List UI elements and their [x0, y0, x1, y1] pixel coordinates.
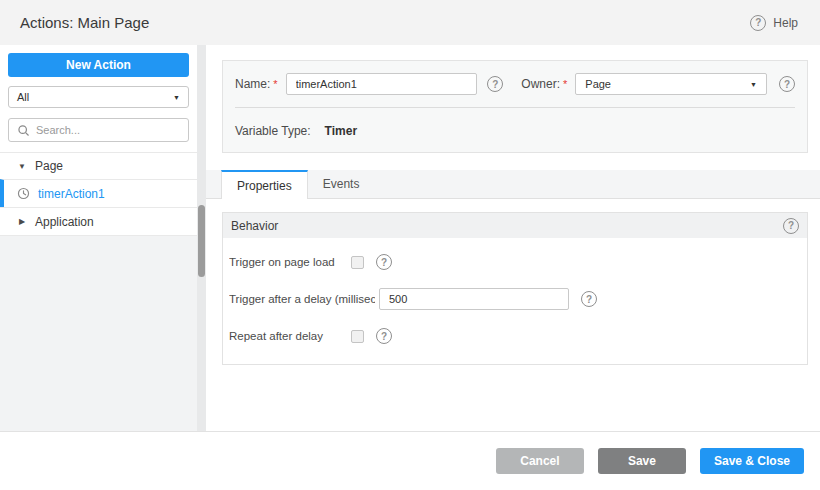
name-help-icon[interactable]: ?	[487, 76, 503, 92]
behavior-section-body: Trigger on page load ? Trigger after a d…	[223, 238, 807, 364]
chevron-down-icon: ▼	[173, 94, 180, 101]
form-divider	[235, 107, 795, 108]
tree-item-label: Application	[35, 215, 94, 229]
dialog-body: New Action All ▼	[0, 45, 820, 431]
save-button[interactable]: Save	[598, 448, 686, 474]
tab-bar: Properties Events	[206, 170, 820, 199]
trigger-on-page-load-row: Trigger on page load ?	[229, 251, 799, 273]
name-label: Name:	[235, 77, 270, 91]
sidebar-content: New Action All ▼	[0, 45, 206, 236]
filter-value: All	[17, 91, 29, 103]
filter-dropdown[interactable]: All ▼	[8, 86, 189, 108]
behavior-help-icon[interactable]: ?	[783, 218, 799, 234]
tab-events[interactable]: Events	[308, 170, 375, 198]
new-action-button[interactable]: New Action	[8, 53, 189, 77]
behavior-section-header: Behavior ?	[223, 213, 807, 238]
variable-type-value: Timer	[325, 124, 357, 138]
trigger-on-page-load-label: Trigger on page load	[229, 256, 351, 268]
sidebar-scrollbar-thumb[interactable]	[198, 205, 205, 277]
owner-label: Owner:	[521, 77, 560, 91]
trigger-after-delay-help-icon[interactable]: ?	[581, 291, 597, 307]
repeat-after-delay-checkbox[interactable]	[351, 330, 364, 343]
cancel-button[interactable]: Cancel	[496, 448, 584, 474]
help-label: Help	[773, 16, 798, 30]
tree-item-label: timerAction1	[38, 187, 105, 201]
repeat-after-delay-label: Repeat after delay	[229, 330, 351, 342]
owner-select[interactable]: Page ▼	[575, 73, 767, 95]
name-input[interactable]	[286, 73, 478, 95]
help-link[interactable]: ? Help	[750, 15, 798, 31]
clock-icon	[17, 187, 30, 200]
repeat-after-delay-help-icon[interactable]: ?	[376, 328, 392, 344]
tree-item-page[interactable]: ▼ Page	[0, 152, 197, 179]
trigger-after-delay-label: Trigger after a delay (millisec…	[229, 293, 375, 305]
search-input[interactable]	[36, 124, 180, 136]
owner-help-icon[interactable]: ?	[779, 76, 795, 92]
owner-required-marker: *	[563, 78, 567, 90]
main-panel: Name: * ? Owner: * Page ▼ ? Variable Typ…	[206, 45, 820, 431]
help-icon: ?	[750, 15, 766, 31]
expanded-triangle-icon: ▼	[17, 162, 27, 171]
variable-type-label: Variable Type:	[235, 124, 311, 138]
trigger-on-page-load-checkbox[interactable]	[351, 256, 364, 269]
page-title: Actions: Main Page	[20, 14, 149, 31]
trigger-on-page-load-help-icon[interactable]: ?	[376, 254, 392, 270]
name-owner-row: Name: * ? Owner: * Page ▼ ?	[235, 73, 795, 95]
behavior-section: Behavior ? Trigger on page load ? Trigge…	[222, 212, 808, 365]
collapsed-triangle-icon: ▶	[17, 217, 27, 226]
actions-dialog: Actions: Main Page ? Help New Action All…	[0, 0, 820, 490]
name-required-marker: *	[273, 78, 277, 90]
actions-tree: ▼ Page timerAction1 ▶	[0, 152, 197, 236]
tree-item-timeraction1[interactable]: timerAction1	[0, 179, 197, 207]
action-info-panel: Name: * ? Owner: * Page ▼ ? Variable Typ…	[222, 60, 808, 153]
tree-item-application[interactable]: ▶ Application	[0, 207, 197, 235]
tab-properties[interactable]: Properties	[221, 170, 308, 199]
variable-type-row: Variable Type: Timer	[235, 124, 795, 138]
trigger-after-delay-row: Trigger after a delay (millisec… ?	[229, 288, 799, 310]
chevron-down-icon: ▼	[750, 81, 757, 88]
behavior-title: Behavior	[231, 219, 278, 233]
repeat-after-delay-row: Repeat after delay ?	[229, 325, 799, 347]
sidebar-scrollbar-track[interactable]	[197, 45, 206, 431]
owner-value: Page	[585, 78, 611, 90]
save-and-close-button[interactable]: Save & Close	[700, 448, 804, 474]
dialog-header: Actions: Main Page ? Help	[0, 0, 820, 45]
search-icon	[17, 124, 30, 137]
delay-milliseconds-input[interactable]	[379, 288, 569, 310]
actions-sidebar: New Action All ▼	[0, 45, 206, 431]
search-box[interactable]	[8, 118, 189, 142]
sidebar-controls: New Action All ▼	[0, 45, 197, 152]
tree-item-label: Page	[35, 159, 63, 173]
dialog-footer: Cancel Save Save & Close	[0, 431, 820, 490]
